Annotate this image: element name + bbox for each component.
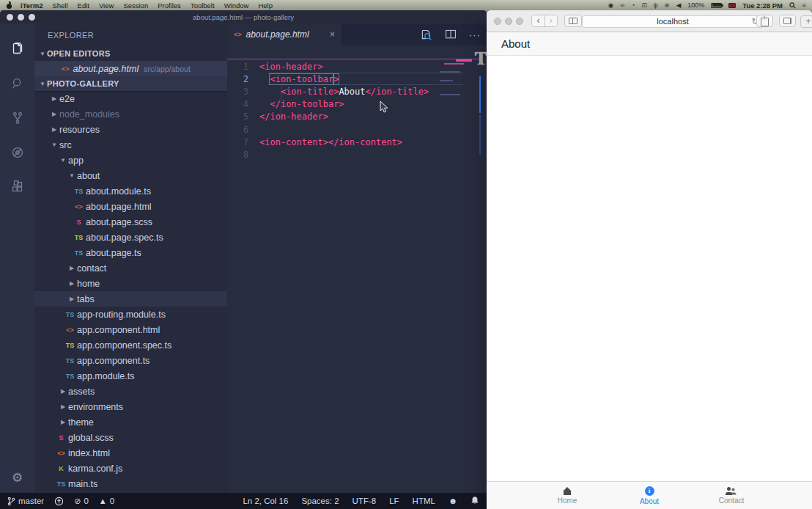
tree-item-global-scss[interactable]: Sglobal.scss	[34, 430, 227, 445]
menu-item-help[interactable]: Help	[258, 1, 273, 10]
code-line-5[interactable]: 5</ion-header>	[227, 111, 487, 123]
code-line-4[interactable]: 4 </ion-toolbar>	[227, 98, 487, 111]
apple-menu-icon[interactable]	[6, 2, 12, 9]
tree-item-theme[interactable]: ▶theme	[34, 414, 227, 430]
tab-contact[interactable]: Contact	[690, 482, 772, 509]
tree-item-home[interactable]: ▶home	[34, 276, 227, 291]
code-token	[259, 74, 270, 84]
volume-icon[interactable]: ◀	[676, 2, 682, 9]
zoom-button[interactable]	[516, 18, 523, 25]
close-button[interactable]	[494, 18, 501, 25]
code-editor[interactable]: 1<ion-header>2 <ion-toolbar>3 <ion-title…	[227, 60, 487, 161]
file-type-icon-ts-spec: TS	[72, 234, 86, 241]
tree-item-index-html[interactable]: <>index.html	[34, 445, 227, 461]
tree-item-karma-conf-js[interactable]: Kkarma.conf.js	[34, 461, 227, 476]
menu-item-iterm2[interactable]: iTerm2	[21, 1, 43, 10]
sidebar-toggle-button[interactable]	[564, 15, 582, 27]
tree-item-tabs[interactable]: ▶tabs	[34, 291, 227, 307]
tree-item-node-modules[interactable]: ▶node_modules	[34, 106, 227, 122]
status-item-lf[interactable]: LF	[389, 497, 399, 505]
tree-item-main-ts[interactable]: TSmain.ts	[34, 476, 227, 491]
open-preview-icon[interactable]	[420, 29, 432, 41]
editor-accent-border	[227, 59, 482, 59]
more-actions-icon[interactable]: ···	[469, 29, 481, 40]
open-editor-item[interactable]: <> about.page.html src/app/about	[34, 61, 227, 76]
window-controls[interactable]	[494, 18, 523, 25]
project-section-header[interactable]: ▼ PHOTO-GALLERY	[34, 76, 227, 91]
code-line-8[interactable]: 8	[227, 148, 487, 161]
menu-item-profiles[interactable]: Profiles	[158, 1, 181, 10]
menu-bar-clock[interactable]: Tue 2:28 PM	[742, 1, 783, 10]
tree-item-e2e[interactable]: ▶e2e	[34, 91, 227, 106]
git-branch-indicator[interactable]: master	[7, 497, 44, 506]
menu-item-session[interactable]: Session	[123, 1, 148, 10]
status-item-ln[interactable]: Ln 2, Col 16	[243, 497, 288, 505]
tree-item-about-page-scss[interactable]: Sabout.page.scss	[34, 214, 227, 230]
source-control-icon[interactable]	[0, 100, 34, 135]
tree-item-about-module-ts[interactable]: TSabout.module.ts	[34, 183, 227, 199]
errors-indicator[interactable]: ⊘0	[74, 497, 89, 506]
menu-item-edit[interactable]: Edit	[78, 1, 89, 10]
sync-changes-button[interactable]	[54, 497, 64, 506]
tree-item-resources[interactable]: ▶resources	[34, 122, 227, 137]
tab-home[interactable]: Home	[526, 482, 608, 509]
tree-item-about-page-html[interactable]: <>about.page.html	[34, 199, 227, 214]
code-line-7[interactable]: 7<ion-content></ion-content>	[227, 136, 487, 148]
minimize-button[interactable]	[505, 18, 512, 25]
tab-about[interactable]: iAbout	[608, 482, 690, 509]
tree-item-assets[interactable]: ▶assets	[34, 384, 227, 399]
file-type-icon-ts: TS	[72, 249, 86, 257]
debug-icon[interactable]	[0, 135, 34, 169]
settings-gear-icon[interactable]: ⚙	[0, 470, 34, 486]
code-line-6[interactable]: 6	[227, 123, 487, 136]
warnings-indicator[interactable]: ▲0	[99, 497, 114, 505]
show-tabs-button[interactable]	[779, 15, 796, 27]
feedback-smiley-icon[interactable]: ☻	[449, 497, 457, 505]
tree-item-app-component-spec-ts[interactable]: TSapp.component.spec.ts	[34, 337, 227, 353]
close-tab-icon[interactable]: ×	[330, 29, 335, 40]
menu-item-shell[interactable]: Shell	[52, 1, 67, 10]
tab-about-page-html[interactable]: <> about.page.html ×	[227, 23, 342, 45]
tree-item-app[interactable]: ▼app	[34, 153, 227, 168]
open-editors-section-header[interactable]: ▼ OPEN EDITORS	[34, 46, 227, 61]
input-language-flag-icon[interactable]	[728, 3, 736, 8]
wifi-icon[interactable]: ≋	[665, 2, 670, 9]
tree-item-app-routing-module-ts[interactable]: TSapp-routing.module.ts	[34, 307, 227, 322]
explorer-icon[interactable]	[0, 32, 34, 66]
status-item-html[interactable]: HTML	[413, 497, 435, 505]
tree-item-app-component-html[interactable]: <>app.component.html	[34, 322, 227, 337]
code-line-3[interactable]: 3 <ion-title>About</ion-title>	[227, 85, 487, 98]
extensions-icon[interactable]	[0, 169, 34, 204]
tree-item-about[interactable]: ▼about	[34, 168, 227, 183]
forward-button[interactable]: ›	[545, 15, 557, 26]
new-tab-button[interactable]: +	[800, 15, 812, 28]
menu-item-window[interactable]: Window	[224, 1, 249, 10]
spotlight-icon[interactable]	[789, 2, 796, 9]
tree-item-src[interactable]: ▼src	[34, 137, 227, 153]
share-button[interactable]	[756, 15, 773, 27]
tree-item-about-page-ts[interactable]: TSabout.page.ts	[34, 245, 227, 260]
vscode-titlebar[interactable]: about.page.html — photo-gallery	[0, 10, 487, 23]
status-item-utf-8[interactable]: UTF-8	[353, 497, 377, 505]
display-icon[interactable]: ⊡	[641, 2, 646, 9]
address-bar[interactable]: localhost ↻	[582, 15, 764, 28]
tree-item-app-component-ts[interactable]: TSapp.component.ts	[34, 353, 227, 368]
back-button[interactable]: ‹	[532, 15, 545, 26]
usb-icon[interactable]: ψ	[654, 2, 658, 9]
screen-record-icon[interactable]: ◉	[608, 2, 613, 9]
code-line-2[interactable]: 2 <ion-toolbar>	[227, 73, 487, 85]
tree-item-environments[interactable]: ▶environments	[34, 399, 227, 414]
split-editor-icon[interactable]	[445, 29, 457, 40]
chevron-down-icon: ▼	[67, 172, 77, 179]
clock-icon[interactable]: ◔	[631, 2, 635, 9]
search-icon[interactable]	[0, 66, 34, 100]
notifications-bell-icon[interactable]	[470, 496, 479, 507]
notification-center-icon[interactable]: ≡	[802, 2, 806, 9]
tree-item-app-module-ts[interactable]: TSapp.module.ts	[34, 368, 227, 384]
status-item-spaces[interactable]: Spaces: 2	[301, 497, 339, 505]
tree-item-contact[interactable]: ▶contact	[34, 260, 227, 276]
menu-item-view[interactable]: View	[99, 1, 114, 10]
tree-item-about-page-spec-ts[interactable]: TSabout.page.spec.ts	[34, 230, 227, 245]
menu-item-toolbelt[interactable]: Toolbelt	[191, 1, 215, 10]
accessibility-icon[interactable]: ∞	[620, 2, 624, 9]
